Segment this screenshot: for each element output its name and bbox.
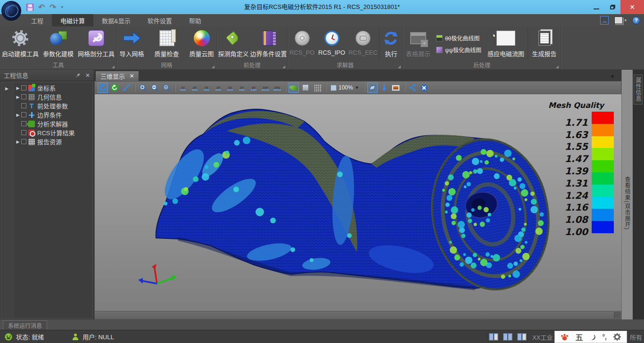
ime-punctuation-icon[interactable]: °, [602, 333, 607, 341]
view-orientation-icon[interactable]: xz [204, 85, 209, 90]
layout-side-icon[interactable] [516, 332, 528, 342]
orbit-rotate-icon[interactable] [98, 82, 108, 93]
expander-icon[interactable]: ▶ [15, 86, 21, 90]
device-icon[interactable] [614, 16, 623, 24]
view-orientation-icon[interactable]: zxy [273, 85, 281, 90]
checkbox[interactable] [21, 94, 26, 99]
refresh-view-icon[interactable] [109, 82, 120, 93]
wireframe-render-icon[interactable] [312, 82, 322, 93]
pin-icon[interactable]: 📌︎ [75, 72, 81, 79]
import-mesh-button[interactable]: 导入网格 [115, 27, 149, 60]
checkbox[interactable] [21, 121, 26, 126]
device-dropdown-icon[interactable]: ▾ [624, 18, 627, 23]
results-panel-tab[interactable]: 查看结果(双击展开) [623, 176, 631, 230]
ime-wubi-mode[interactable]: 五 [575, 331, 583, 343]
checkbox[interactable] [21, 139, 26, 144]
group-expand-icon[interactable] [212, 65, 215, 68]
psi-polar-curve-button[interactable]: ψψ极化曲线图 [436, 46, 481, 54]
tree-item-boundary-conditions[interactable]: ▶ 边界条件 [14, 110, 92, 119]
menu-tab-engineering[interactable]: 工程 [23, 14, 52, 26]
gutter-expander-icon[interactable]: ▶ [5, 86, 8, 91]
rcs-ipo-button[interactable]: RCS_IPO [316, 27, 347, 60]
capture-image-icon[interactable] [391, 82, 401, 93]
execute-button[interactable]: 执行 [379, 27, 403, 60]
panel-close-icon[interactable]: ✕ [85, 72, 90, 79]
cancel-icon[interactable] [419, 82, 429, 93]
flat-render-icon[interactable] [300, 82, 311, 93]
zoom-level-select[interactable]: 100% ▼ [329, 84, 361, 91]
tab-close-icon[interactable]: ✕ [130, 73, 134, 79]
pan-resize-icon[interactable] [121, 82, 132, 93]
layout-single-icon[interactable] [488, 332, 499, 342]
view-orientation-icon[interactable]: zx [215, 85, 221, 90]
tree-item-coordinate-system[interactable]: ▶ 坐标系 [14, 83, 92, 92]
help-icon[interactable]: ? [632, 16, 640, 24]
view-orientation-icon[interactable]: zy [227, 85, 233, 90]
rcs-eec-button[interactable]: RCS_EEC [347, 27, 379, 60]
system-message-tab[interactable]: 系统运行消息 [3, 320, 47, 330]
mesh-partition-tool-button[interactable]: 网格剖分工具 [76, 27, 116, 60]
table-show-button[interactable]: 表格展示 [403, 27, 433, 60]
theta-polar-curve-button[interactable]: θθ极化曲线图 [436, 34, 481, 42]
arrow-down-icon[interactable] [379, 82, 389, 93]
redo-icon[interactable]: ↷ [50, 4, 56, 11]
menu-tab-em-compute[interactable]: 电磁计算 [52, 14, 93, 26]
menu-tab-data-display[interactable]: 数据&显示 [93, 14, 139, 26]
view-orientation-icon[interactable]: xz [180, 85, 186, 90]
share-icon[interactable] [407, 82, 418, 93]
app-logo-icon[interactable] [1, 1, 21, 21]
menu-tab-help[interactable]: 帮助 [181, 14, 210, 26]
tab-3d-display[interactable]: 三维显示 ✕ [95, 71, 139, 81]
ime-paw-icon[interactable] [561, 333, 569, 341]
tree-item-report-resources[interactable]: ▶ 报告资源 [14, 137, 92, 146]
tree-item-analysis-solver[interactable]: 分析求解器 [14, 119, 92, 128]
generate-report-button[interactable]: 生成报告 [528, 27, 561, 60]
view-orientation-icon[interactable]: zx [192, 85, 198, 90]
probe-angle-button[interactable]: 探测角定义 [217, 27, 250, 60]
tree-item-preprocess-params[interactable]: T 前处理参数 [14, 101, 92, 110]
checkbox[interactable] [21, 85, 26, 90]
zoom-extents-icon[interactable] [161, 82, 172, 93]
checkbox[interactable] [21, 112, 26, 117]
quick-access-dropdown-icon[interactable]: ▾ [61, 5, 64, 9]
group-expand-icon[interactable] [556, 65, 559, 68]
results-collapsed-panel[interactable]: 查看结果(双击展开) [621, 70, 633, 319]
tab-list-dropdown-icon[interactable]: ▼ [610, 74, 615, 79]
tree-item-geometry-info[interactable]: ▶ 几何信息 [14, 92, 92, 101]
quality-cloud-button[interactable]: 质量云图 [184, 27, 219, 60]
save-icon[interactable] [26, 4, 33, 11]
boundary-condition-button[interactable]: 边界条件设置 [250, 27, 287, 60]
undo-icon[interactable]: ↶ [38, 4, 45, 11]
menu-tab-settings[interactable]: 软件设置 [139, 14, 181, 26]
quality-check-button[interactable]: 质量检查 [149, 27, 184, 60]
3d-viewport[interactable]: Mesh Quality 1.711.631.551.471.391.311.2… [94, 94, 621, 311]
view-orientation-icon[interactable]: yx [251, 85, 256, 90]
tree-item-rcs-results[interactable]: RCS计算结果 [14, 128, 92, 137]
group-expand-icon[interactable] [112, 65, 115, 68]
expander-icon[interactable]: ▶ [15, 113, 21, 117]
checkbox[interactable] [21, 103, 26, 108]
minimize-button[interactable] [588, 0, 604, 14]
parametric-modeling-button[interactable]: 参数化建模 [41, 27, 76, 60]
horizontal-scrollbar[interactable] [94, 311, 621, 319]
checkbox[interactable] [21, 130, 26, 135]
group-expand-icon[interactable] [398, 65, 401, 68]
view-orientation-icon[interactable]: zx [239, 85, 245, 90]
expander-icon[interactable]: ▶ [15, 95, 21, 99]
expander-icon[interactable]: ▶ [15, 139, 21, 144]
launch-modeling-tool-button[interactable]: 启动建模工具 [0, 27, 41, 60]
collapse-ribbon-icon[interactable]: ︿ [600, 16, 609, 24]
rcs-po-button[interactable]: RCS_PO [288, 27, 316, 60]
ime-fullwidth-icon[interactable] [589, 334, 595, 340]
view-orientation-icon[interactable]: zyx [262, 85, 269, 90]
zoom-out-icon[interactable] [149, 82, 160, 93]
group-expand-icon[interactable] [282, 65, 285, 68]
property-panel-tab[interactable]: 属性信息 [634, 74, 643, 105]
induced-current-map-button[interactable]: 感应电磁流图 [484, 27, 528, 60]
close-button[interactable]: ✕ [620, 0, 644, 14]
shaded-render-icon[interactable] [289, 82, 299, 93]
previous-view-icon[interactable] [367, 82, 378, 93]
ime-settings-gear-icon[interactable] [613, 333, 621, 341]
restore-button[interactable] [604, 0, 620, 14]
ime-toolbar[interactable]: 五 °, [554, 331, 627, 343]
